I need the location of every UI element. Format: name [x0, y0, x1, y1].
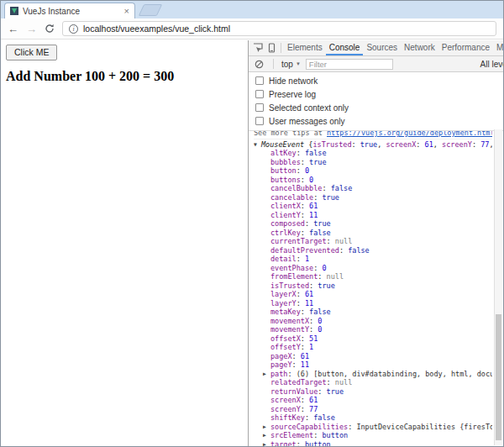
console-option-preserve-log[interactable]: Preserve log — [249, 87, 503, 101]
property-value: 1 — [305, 255, 309, 263]
property-value: true — [318, 281, 334, 290]
property-value: 61 — [309, 202, 318, 210]
object-preview: {isTrusted: true, screenX: 61, screenY: … — [308, 140, 492, 149]
property-value: true — [309, 158, 326, 166]
expand-icon[interactable]: ▶ — [263, 431, 270, 440]
devtools-panel: ElementsConsoleSourcesNetworkPerformance… — [248, 40, 503, 446]
property-key: returnValue — [270, 387, 318, 396]
tab-close-icon[interactable]: × — [124, 7, 129, 15]
back-icon[interactable]: ← — [8, 24, 18, 34]
page-info-icon[interactable]: i — [69, 24, 78, 34]
address-bar[interactable]: i localhost/vueexamples/vue_click.html — [62, 21, 496, 36]
property-key: layerX — [270, 290, 297, 298]
devtools-tab-performance[interactable]: Performance — [438, 40, 493, 55]
property-row-eventPhase: eventPhase: 0 — [254, 264, 492, 273]
property-value: 11 — [309, 211, 318, 219]
property-value: null — [335, 378, 352, 387]
property-value: (6) [button, div#databinding, body, html… — [297, 370, 492, 378]
property-key: screenX — [270, 396, 301, 404]
reload-icon[interactable] — [45, 24, 55, 34]
new-tab-button[interactable] — [139, 4, 163, 16]
property-key: clientY — [270, 211, 301, 219]
devtools-tab-network[interactable]: Network — [401, 40, 438, 55]
property-key: offsetX — [270, 334, 301, 343]
inspect-element-icon[interactable] — [251, 40, 265, 55]
selected-context-only-checkbox[interactable] — [255, 103, 264, 112]
property-key: currentTarget — [270, 237, 327, 245]
clear-console-icon[interactable] — [252, 56, 265, 71]
devtools-tabs: ElementsConsoleSourcesNetworkPerformance… — [284, 40, 503, 55]
property-key: relatedTarget — [270, 378, 327, 387]
property-key: offsetY — [270, 343, 301, 351]
log-level-selector[interactable]: All levels — [480, 60, 503, 69]
browser-tab[interactable]: VueJs Instance × — [4, 3, 135, 18]
property-key: fromElement — [270, 272, 318, 281]
property-row-layerX: layerX: 61 — [254, 290, 492, 299]
page-heading: Add Number 100 + 200 = 300 — [6, 69, 174, 84]
property-row-path[interactable]: ▶path: (6) [button, div#databinding, bod… — [254, 370, 492, 379]
console-filter-input[interactable] — [306, 59, 393, 70]
console-option-selected-context-only[interactable]: Selected context only — [249, 101, 503, 114]
property-row-offsetY: offsetY: 1 — [254, 343, 492, 352]
property-row-metaKey: metaKey: false — [254, 308, 492, 317]
devtools-tab-elements[interactable]: Elements — [284, 40, 326, 55]
property-value: 11 — [301, 360, 309, 369]
property-value: 11 — [305, 299, 313, 308]
property-value: true — [313, 219, 330, 228]
console-option-user-messages-only[interactable]: User messages only — [249, 114, 503, 128]
property-row-clientY: clientY: 11 — [254, 211, 492, 220]
property-key: metaKey — [270, 308, 301, 316]
property-key: composed — [270, 219, 305, 228]
devtools-tab-console[interactable]: Console — [326, 40, 364, 55]
option-label: Preserve log — [269, 90, 316, 99]
property-value: true — [322, 193, 339, 202]
expand-icon[interactable]: ▶ — [263, 423, 270, 432]
object-class-name: MouseEvent — [261, 140, 304, 149]
property-row-pageY: pageY: 11 — [254, 360, 492, 370]
tips-text: See more tips at — [254, 131, 327, 137]
devtools-tab-sources[interactable]: Sources — [363, 40, 401, 55]
property-row-screenY: screenY: 77 — [254, 405, 492, 414]
console-scrollbar[interactable] — [494, 129, 502, 445]
property-row-button: button: 0 — [254, 166, 492, 176]
object-properties: altKey: falsebubbles: truebutton: 0butto… — [254, 149, 492, 446]
property-row-target[interactable]: ▶target: button — [254, 440, 492, 447]
property-value: false — [305, 149, 327, 157]
scrollbar-thumb[interactable] — [496, 314, 501, 440]
property-row-composed: composed: true — [254, 219, 492, 229]
navigation-toolbar: ← → i localhost/vueexamples/vue_click.ht… — [1, 18, 503, 39]
property-key: detail — [270, 255, 297, 263]
url-text[interactable]: localhost/vueexamples/vue_click.html — [83, 24, 230, 34]
expand-icon[interactable]: ▶ — [263, 440, 270, 447]
property-row-srcElement[interactable]: ▶srcElement: button — [254, 431, 492, 440]
tips-link[interactable]: https://vuejs.org/guide/deployment.html — [327, 131, 492, 137]
property-key: isTrusted — [270, 281, 309, 290]
property-row-sourceCapabilities[interactable]: ▶sourceCapabilities: InputDeviceCapabili… — [254, 423, 492, 432]
property-key: screenY — [442, 140, 472, 149]
execution-context-selector[interactable]: top ▼ — [281, 60, 301, 69]
user-messages-only-checkbox[interactable] — [255, 117, 264, 125]
console-option-hide-network[interactable]: Hide network — [249, 74, 503, 87]
expand-icon[interactable]: ▶ — [263, 370, 270, 379]
preserve-log-checkbox[interactable] — [255, 90, 264, 98]
logged-object-header[interactable]: ▼MouseEvent {isTrusted: true, screenX: 6… — [254, 140, 492, 150]
property-row-shiftKey: shiftKey: false — [254, 413, 492, 423]
property-key: layerY — [270, 299, 297, 308]
property-row-movementY: movementY: 0 — [254, 325, 492, 334]
collapse-icon[interactable]: ▼ — [254, 140, 261, 150]
property-value: true — [327, 387, 344, 396]
property-key: buttons — [270, 176, 301, 184]
property-value: 51 — [309, 334, 318, 343]
context-label: top — [281, 60, 293, 69]
browser-window: VueJs Instance × ← → i localhost/vueexam… — [0, 0, 504, 447]
property-row-isTrusted: isTrusted: true — [254, 281, 492, 291]
device-toolbar-icon[interactable] — [265, 40, 278, 55]
hide-network-checkbox[interactable] — [255, 76, 264, 85]
click-me-button[interactable]: Click ME — [6, 45, 57, 60]
tab-title: VueJs Instance — [23, 7, 120, 16]
property-key: screenX — [386, 140, 416, 149]
property-value: 0 — [309, 176, 313, 184]
property-value: 61 — [425, 140, 433, 149]
devtools-tab-memory[interactable]: Memory — [493, 40, 503, 55]
property-row-altKey: altKey: false — [254, 149, 492, 158]
